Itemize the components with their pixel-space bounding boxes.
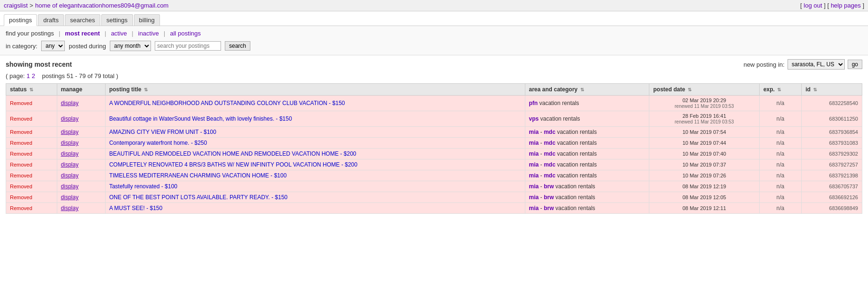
display-link[interactable]: display <box>61 129 79 135</box>
area-extra-link[interactable]: mdc <box>544 161 556 168</box>
table-row: RemoveddisplayAMAZING CITY VIEW FROM UNI… <box>6 127 862 138</box>
tab-searches[interactable]: searches <box>65 14 100 26</box>
col-id[interactable]: id ⇅ <box>801 84 862 96</box>
title-cell: BEAUTIFUL AND REMODELED VACATION HOME AN… <box>105 149 525 159</box>
display-link[interactable]: display <box>61 115 79 122</box>
area-extra-link[interactable]: mdc <box>544 172 556 179</box>
col-title[interactable]: posting title ⇅ <box>105 84 525 96</box>
tab-settings[interactable]: settings <box>101 14 133 26</box>
id-cell: 6836705737 <box>801 181 862 192</box>
area-extra-link[interactable]: brw <box>544 205 554 211</box>
id-cell: 6837929302 <box>801 149 862 159</box>
posting-title-link[interactable]: A WONDERFUL NEIGHBORHOOD AND OUTSTANDING… <box>109 100 345 106</box>
manage-cell: display <box>57 149 105 159</box>
area-link[interactable]: mia <box>529 205 539 211</box>
area-extra-link[interactable]: brw <box>544 194 554 201</box>
inactive-link[interactable]: inactive <box>138 30 159 37</box>
page-1-link[interactable]: 1 <box>27 72 30 79</box>
logout-link[interactable]: log out <box>804 2 822 9</box>
posting-title-link[interactable]: Beautiful cottage in WaterSound West Bea… <box>109 115 292 122</box>
search-button[interactable]: search <box>225 41 250 51</box>
id-cell: 6830611250 <box>801 111 862 127</box>
search-input[interactable] <box>155 41 221 51</box>
status-cell: Removed <box>6 203 57 214</box>
area-link[interactable]: mia <box>529 140 539 146</box>
help-link[interactable]: help pages <box>831 2 861 9</box>
table-row: RemoveddisplayBeautiful cottage in Water… <box>6 111 862 127</box>
col-area[interactable]: area and category ⇅ <box>525 84 649 96</box>
manage-cell: display <box>57 170 105 181</box>
area-link[interactable]: mia <box>529 194 539 201</box>
col-date[interactable]: posted date ⇅ <box>649 84 760 96</box>
date-cell: 02 Mar 2019 20:29renewed 11 Mar 2019 03:… <box>649 96 760 111</box>
table-row: RemoveddisplayA WONDERFUL NEIGHBORHOOD A… <box>6 96 862 111</box>
area-cell: vps vacation rentals <box>525 111 649 127</box>
category-select[interactable]: any <box>41 41 65 51</box>
tab-drafts[interactable]: drafts <box>38 14 64 26</box>
area-extra-link[interactable]: brw <box>544 183 554 190</box>
exp-cell: n/a <box>759 149 801 159</box>
pagination-prefix: ( page: <box>6 72 25 79</box>
manage-cell: display <box>57 203 105 214</box>
exp-cell: n/a <box>759 170 801 181</box>
area-link[interactable]: mia <box>529 150 539 157</box>
posting-title-link[interactable]: Tastefully renovated - $100 <box>109 183 177 190</box>
display-link[interactable]: display <box>61 183 79 190</box>
date-cell: 10 Mar 2019 07:26 <box>649 170 760 181</box>
table-header-row: status ⇅ manage posting title ⇅ area and… <box>6 84 862 96</box>
tab-postings[interactable]: postings <box>4 14 37 26</box>
col-exp[interactable]: exp. ⇅ <box>759 84 801 96</box>
date-cell: 28 Feb 2019 16:41renewed 11 Mar 2019 03:… <box>649 111 760 127</box>
area-link[interactable]: pfn <box>529 100 538 106</box>
active-link[interactable]: active <box>111 30 127 37</box>
status-cell: Removed <box>6 192 57 203</box>
page-2-link-plain[interactable]: 2 <box>32 72 35 79</box>
go-button[interactable]: go <box>848 60 862 69</box>
tabs: postings drafts searches settings billin… <box>0 11 868 26</box>
display-link[interactable]: display <box>61 172 79 179</box>
tab-billing[interactable]: billing <box>134 14 160 26</box>
in-category-label: in category: <box>6 43 37 50</box>
posting-title-link[interactable]: Contemporary waterfront home. - $250 <box>109 140 207 146</box>
new-posting-select[interactable]: sarasota, FL, US <box>788 59 845 70</box>
area-link[interactable]: mia <box>529 172 539 179</box>
area-cell: pfn vacation rentals <box>525 96 649 111</box>
posting-title-link[interactable]: ONE OF THE BEST POINT LOTS AVAILABLE. PA… <box>109 194 288 201</box>
area-link[interactable]: mia <box>529 129 539 135</box>
area-link[interactable]: mia <box>529 161 539 168</box>
display-link[interactable]: display <box>61 140 79 146</box>
craigslist-link[interactable]: craigslist <box>4 2 28 9</box>
id-cell: 6837936854 <box>801 127 862 138</box>
display-link[interactable]: display <box>61 205 79 211</box>
date-cell: 10 Mar 2019 07:54 <box>649 127 760 138</box>
posted-during-label: posted during <box>69 43 106 50</box>
exp-cell: n/a <box>759 111 801 127</box>
area-extra-link[interactable]: mdc <box>544 129 556 135</box>
area-link[interactable]: vps <box>529 115 539 122</box>
posting-title-link[interactable]: TIMELESS MEDITERRANEAN CHARMING VACATION… <box>109 172 287 179</box>
posting-title-link[interactable]: COMPLETELY RENOVATED 4 BRS/3 BATHS W/ NE… <box>109 161 358 168</box>
title-cell: TIMELESS MEDITERRANEAN CHARMING VACATION… <box>105 170 525 181</box>
posted-during-select[interactable]: any month <box>110 41 151 51</box>
posting-title-link[interactable]: A MUST SEE! - $150 <box>109 205 163 211</box>
date-cell: 10 Mar 2019 07:37 <box>649 159 760 170</box>
area-extra-link[interactable]: mdc <box>544 140 556 146</box>
display-link[interactable]: display <box>61 100 79 106</box>
home-link[interactable]: home of elegantvacationhomes8094@gmail.c… <box>35 2 168 9</box>
display-link[interactable]: display <box>61 161 79 168</box>
id-cell: 6836692126 <box>801 192 862 203</box>
area-extra-link[interactable]: mdc <box>544 150 556 157</box>
most-recent-link[interactable]: most recent <box>65 30 100 37</box>
table-row: RemoveddisplayTIMELESS MEDITERRANEAN CHA… <box>6 170 862 181</box>
posting-title-link[interactable]: BEAUTIFUL AND REMODELED VACATION HOME AN… <box>109 150 356 157</box>
area-link[interactable]: mia <box>529 183 539 190</box>
category-row: in category: any posted during any month… <box>6 41 862 51</box>
display-link[interactable]: display <box>61 194 79 201</box>
all-postings-link[interactable]: all postings <box>170 30 201 37</box>
posting-title-link[interactable]: AMAZING CITY VIEW FROM UNIT - $100 <box>109 129 216 135</box>
postings-count: postings 51 - 79 of 79 total ) <box>42 72 118 79</box>
status-cell: Removed <box>6 96 57 111</box>
table-row: RemoveddisplayContemporary waterfront ho… <box>6 138 862 149</box>
col-status[interactable]: status ⇅ <box>6 84 57 96</box>
display-link[interactable]: display <box>61 150 79 157</box>
